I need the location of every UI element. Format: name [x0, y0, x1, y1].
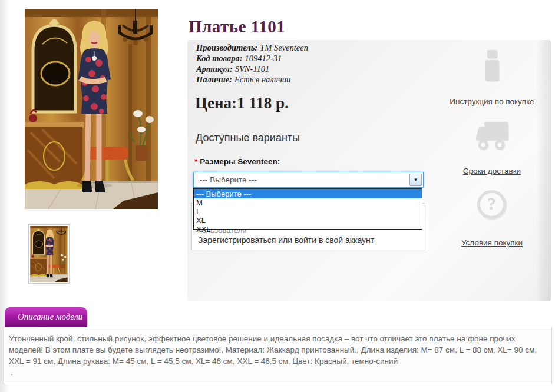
purchase-instruction-link[interactable]: Инструкция по покупке	[433, 97, 551, 106]
page-title: Платье 1101	[189, 17, 285, 36]
meta-sku: Артикул:SVN-1101	[196, 64, 308, 74]
product-page: Платье 1101 Производитель:TM Seventeen К…	[0, 0, 555, 392]
size-option-label: *Размеры Seventeen:	[194, 157, 280, 166]
variants-heading: Доступные варианты	[196, 132, 300, 144]
purchase-conditions-link[interactable]: Условия покупки	[433, 238, 551, 247]
meta-product-code: Код товара:109412-31	[196, 53, 308, 64]
truck-icon	[475, 121, 509, 151]
description-text: Утонченный крой, стильный рисунок, эффек…	[4, 327, 551, 367]
size-select-options: --- Выберите --- M L XL XXL	[193, 188, 422, 230]
meta-manufacturer: Производитель:TM Seventeen	[196, 42, 308, 53]
size-select-value: --- Выберите ---	[194, 172, 423, 187]
tab-description[interactable]: Описание модели	[5, 307, 87, 327]
register-login-link[interactable]: Зарегистрироваться или войти в свой акка…	[198, 235, 374, 245]
required-mark: *	[194, 157, 197, 166]
product-photo-main[interactable]	[25, 9, 158, 209]
question-icon	[477, 190, 506, 219]
product-price: Цена:1 118 р.	[195, 94, 289, 112]
size-option-xl[interactable]: XL	[194, 216, 422, 225]
size-option-xxl[interactable]: XXL	[194, 225, 422, 234]
product-meta: Производитель:TM Seventeen Код товара:10…	[196, 42, 308, 85]
size-select[interactable]: --- Выберите ---	[193, 172, 424, 188]
description-text-tail: .	[4, 367, 551, 378]
info-icon	[482, 50, 502, 81]
size-option-m[interactable]: M	[194, 198, 422, 207]
product-photo-thumbnail[interactable]	[28, 224, 70, 284]
delivery-terms-link[interactable]: Сроки доставки	[433, 167, 551, 175]
meta-availability: Наличие:Есть в наличии	[196, 74, 308, 85]
chevron-down-icon[interactable]	[409, 174, 422, 186]
size-option-l[interactable]: L	[194, 207, 422, 216]
description-box: Утонченный крой, стильный рисунок, эффек…	[3, 327, 552, 384]
size-option-placeholder[interactable]: --- Выберите ---	[194, 189, 422, 198]
